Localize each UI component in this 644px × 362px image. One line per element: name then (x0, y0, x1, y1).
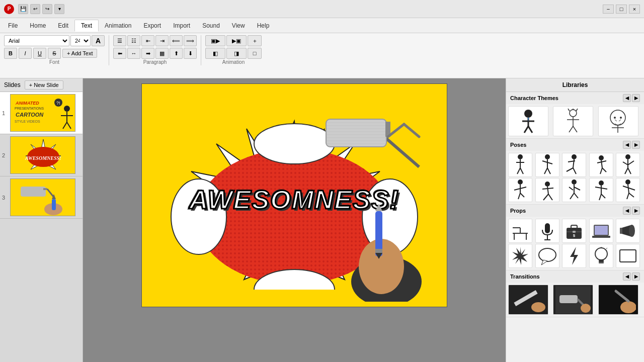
pose-item-9[interactable] (589, 178, 613, 202)
pose-item-6[interactable] (508, 178, 532, 202)
anim-btn-1[interactable]: ▣▶ (205, 35, 225, 46)
svg-rect-132 (592, 236, 610, 238)
underline-button[interactable]: U (33, 48, 46, 59)
indent-more-button[interactable]: ⇥ (155, 35, 169, 46)
svg-rect-17 (21, 187, 46, 197)
libraries-title: Libraries (506, 78, 644, 92)
poses-nav-next[interactable]: ▶ (632, 141, 640, 149)
redo-icon[interactable]: ↪ (42, 4, 52, 14)
indent-remove-button[interactable]: ⟸ (170, 35, 183, 46)
undo-icon[interactable]: ↩ (30, 4, 40, 14)
prop-item-9[interactable] (589, 244, 613, 268)
char-nav-next[interactable]: ▶ (632, 94, 640, 102)
trans-nav-next[interactable]: ▶ (632, 273, 640, 281)
trans-nav-prev[interactable]: ◀ (623, 273, 631, 281)
align-center-button[interactable]: ↔ (127, 48, 140, 59)
align-top-button[interactable]: ⬆ (170, 48, 183, 59)
align-left-button[interactable]: ⬅ (113, 48, 126, 59)
char-item-2[interactable] (553, 106, 593, 136)
prop-item-5[interactable] (616, 219, 640, 243)
anim-btn-4[interactable]: ◧ (205, 48, 225, 59)
bold-button[interactable]: B (4, 48, 17, 59)
prop-item-1[interactable] (508, 219, 532, 243)
menu-import[interactable]: Import (167, 20, 196, 31)
prop-item-7[interactable] (535, 244, 559, 268)
slide-item-3[interactable]: 3 (0, 176, 83, 219)
close-button[interactable]: × (629, 5, 640, 14)
transitions-label: Transitions (510, 274, 540, 280)
transition-item-3[interactable] (598, 285, 638, 315)
svg-line-83 (600, 168, 602, 174)
pose-item-3[interactable] (562, 153, 586, 177)
maximize-button[interactable]: □ (616, 5, 627, 14)
menu-animation[interactable]: Animation (99, 20, 137, 31)
prop-item-6[interactable] (508, 244, 532, 268)
menu-view[interactable]: View (226, 20, 251, 31)
new-slide-button[interactable]: + New Slide (25, 80, 63, 89)
anim-btn-2[interactable]: ▶▣ (226, 35, 247, 46)
italic-button[interactable]: I (19, 48, 32, 59)
svg-line-37 (404, 124, 419, 137)
menu-home[interactable]: Home (24, 20, 52, 31)
pose-item-8[interactable] (562, 178, 586, 202)
font-size-select[interactable]: 24 (70, 35, 91, 46)
menu-text[interactable]: Text (74, 20, 99, 32)
menu-help[interactable]: Help (251, 20, 276, 31)
indent-add-button[interactable]: ⟹ (184, 35, 197, 46)
menu-edit[interactable]: Edit (52, 20, 74, 31)
indent-less-button[interactable]: ⇤ (141, 35, 154, 46)
pose-item-2[interactable] (535, 153, 559, 177)
pose-item-5[interactable] (616, 153, 640, 177)
props-nav: ◀ ▶ (623, 207, 640, 215)
char-nav-prev[interactable]: ◀ (623, 94, 631, 102)
pose-item-7[interactable] (535, 178, 559, 202)
pose-item-4[interactable] (589, 153, 613, 177)
prop-item-3[interactable]: $ (562, 219, 586, 243)
canvas-area: AWESOMNESS! (83, 78, 506, 362)
svg-line-97 (547, 187, 548, 194)
svg-rect-18 (43, 188, 47, 190)
menu-file[interactable]: File (2, 20, 24, 31)
slide-canvas[interactable]: AWESOMNESS! (141, 83, 447, 307)
align-justify-button[interactable]: ▦ (155, 48, 169, 59)
svg-rect-141 (599, 260, 604, 262)
menu-sound[interactable]: Sound (196, 20, 226, 31)
save-icon[interactable]: 💾 (18, 4, 28, 14)
font-family-select[interactable]: Arial (4, 35, 69, 46)
pose-item-10[interactable] (616, 178, 640, 202)
slide-item-1[interactable]: 1 ANIMATED PRESENTATIONS ?! CARTOON STYL… (0, 92, 83, 134)
anim-btn-6[interactable]: □ (248, 48, 262, 59)
pose-item-1[interactable] (508, 153, 532, 177)
props-nav-prev[interactable]: ◀ (623, 207, 631, 215)
svg-line-60 (619, 120, 621, 121)
transition-item-2[interactable] (553, 285, 593, 315)
align-bottom-button[interactable]: ⬇ (184, 48, 197, 59)
strikethrough-button[interactable]: S (48, 48, 61, 59)
list-bullet-button[interactable]: ☰ (113, 35, 126, 46)
prop-item-8[interactable] (562, 244, 586, 268)
props-nav-next[interactable]: ▶ (632, 207, 640, 215)
anim-btn-3[interactable]: ＋ (248, 35, 262, 46)
prop-item-4[interactable] (589, 219, 613, 243)
svg-line-115 (627, 193, 629, 199)
align-right-button[interactable]: ➡ (141, 48, 154, 59)
poses-nav-prev[interactable]: ◀ (623, 141, 631, 149)
prop-item-2[interactable] (535, 219, 559, 243)
add-text-button[interactable]: + Add Text (62, 49, 97, 58)
slide-item-2[interactable]: 2 AWESOMNESS! (0, 134, 83, 176)
prop-item-10[interactable] (616, 244, 640, 268)
font-section-label: Font (4, 59, 105, 65)
svg-point-50 (570, 110, 577, 117)
char-item-3[interactable] (598, 106, 638, 136)
char-item-1[interactable] (508, 106, 548, 136)
transition-item-1[interactable] (508, 285, 548, 315)
minimize-button[interactable]: − (603, 5, 614, 14)
anim-btn-5[interactable]: ◨ (226, 48, 247, 59)
svg-point-140 (595, 248, 607, 260)
svg-point-148 (531, 302, 545, 312)
dropdown-icon[interactable]: ▾ (54, 4, 64, 14)
menu-export[interactable]: Export (137, 20, 167, 31)
list-number-button[interactable]: ☷ (127, 35, 140, 46)
svg-point-107 (599, 180, 604, 186)
font-size-increase-btn[interactable]: A (92, 35, 105, 46)
